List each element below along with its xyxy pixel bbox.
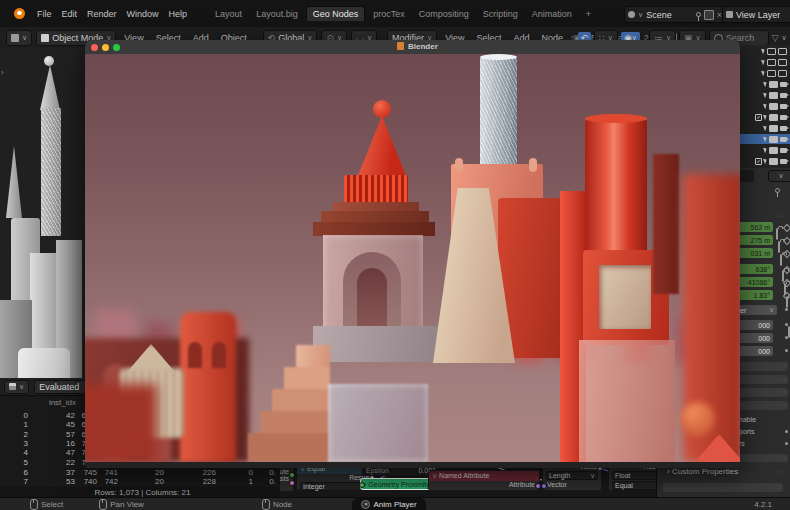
camera-icon[interactable] (780, 93, 787, 98)
rotation-z-field[interactable]: 1.83° (737, 290, 773, 300)
selectable-icon[interactable] (763, 81, 768, 88)
exists-output-socket[interactable] (289, 480, 295, 486)
viewport-3d-clay[interactable]: › (0, 48, 85, 378)
properties-panel[interactable]: ∨ ::: 563 m 275 m 031 m 638° 41086° 1.83… (737, 168, 790, 462)
camera-icon[interactable] (780, 82, 787, 87)
camera-icon[interactable] (780, 148, 787, 153)
rotation-x-field[interactable]: 638° (737, 264, 773, 274)
scale-z-field[interactable]: 000 (737, 346, 773, 356)
close-traffic-light[interactable] (91, 44, 98, 51)
tab-add-workspace[interactable]: + (580, 7, 597, 21)
location-z-field[interactable]: 031 m (737, 248, 773, 258)
minimize-traffic-light[interactable] (102, 44, 109, 51)
location-y-field[interactable]: 275 m (737, 235, 773, 245)
collapse-icon[interactable]: ∨ (432, 472, 437, 479)
checkbox-checked[interactable]: ✓ (755, 114, 762, 121)
selectable-icon[interactable] (763, 147, 768, 154)
keyframe-diamond-icon[interactable] (783, 292, 790, 300)
anim-player-button[interactable]: × Anim Player (352, 498, 426, 510)
menu-window[interactable]: Window (123, 9, 163, 19)
selectable-icon[interactable] (763, 114, 768, 121)
monitor-icon[interactable] (769, 158, 778, 165)
monitor-icon[interactable] (769, 103, 778, 110)
view-layer-selector[interactable]: View Layer (722, 6, 790, 23)
tab-animation[interactable]: Animation (526, 7, 578, 21)
keyframe-dot-icon[interactable] (785, 430, 788, 433)
monitor-icon[interactable] (769, 114, 778, 121)
render-window[interactable]: Blender (85, 40, 740, 468)
camera-icon[interactable] (780, 126, 787, 131)
selectable-icon[interactable] (761, 59, 766, 66)
spreadsheet-editor-type-button[interactable]: ∨ (4, 380, 29, 394)
camera-icon[interactable] (780, 159, 787, 164)
selectable-icon[interactable] (761, 70, 766, 77)
keyframe-dot-icon[interactable] (785, 308, 788, 311)
lock-icon[interactable] (778, 241, 780, 253)
cancel-icon[interactable]: × (361, 500, 370, 509)
editor-type-button[interactable]: ∨ (6, 30, 32, 46)
proximity-input-socket[interactable] (359, 482, 365, 488)
tab-scripting[interactable]: Scripting (477, 7, 524, 21)
lock-icon[interactable] (776, 228, 778, 240)
vector-input-socket[interactable] (541, 483, 547, 489)
properties-filter-dropdown[interactable]: ∨ (768, 170, 790, 182)
filter-icon[interactable]: ▽ (772, 33, 779, 43)
tab-layout[interactable]: Layout (209, 7, 248, 21)
lock-icon[interactable] (780, 254, 782, 266)
rotation-mode-dropdown[interactable]: er∨ (737, 305, 777, 315)
camera-icon[interactable] (778, 59, 787, 66)
vector-math-mode-dropdown[interactable]: Length∨ (546, 471, 598, 480)
selectable-icon[interactable] (763, 125, 768, 132)
selectable-icon[interactable] (761, 48, 766, 55)
menu-render[interactable]: Render (83, 9, 121, 19)
rotation-y-field[interactable]: 41086° (737, 277, 773, 287)
attribute-output-socket[interactable] (289, 472, 295, 478)
node-named-attribute[interactable]: ∨ Named Attribute Attribute (428, 470, 540, 491)
keyframe-diamond-icon[interactable] (783, 250, 790, 258)
pin-icon[interactable] (696, 12, 701, 17)
tab-geo-nodes[interactable]: Geo Nodes (306, 6, 366, 21)
keyframe-dot-icon[interactable] (785, 323, 788, 326)
keyframe-diamond-icon[interactable] (783, 237, 790, 245)
camera-icon[interactable] (778, 48, 787, 55)
menu-edit[interactable]: Edit (58, 9, 82, 19)
scale-y-field[interactable]: 000 (737, 333, 773, 343)
keyframe-dot-icon[interactable] (785, 349, 788, 352)
monitor-icon[interactable] (767, 59, 776, 66)
new-scene-icon[interactable] (704, 10, 714, 20)
monitor-icon[interactable] (769, 136, 778, 143)
camera-icon[interactable] (780, 115, 787, 120)
camera-icon[interactable] (778, 70, 787, 77)
pin-icon[interactable] (775, 188, 780, 193)
render-window-titlebar[interactable]: Blender (85, 40, 740, 55)
compare-op-dropdown[interactable]: Equal∨ (612, 481, 658, 490)
scene-selector[interactable]: ∨ Scene × (624, 6, 726, 23)
outliner-row-selected[interactable] (737, 134, 790, 144)
selectable-icon[interactable] (763, 92, 768, 99)
monitor-icon[interactable] (769, 92, 778, 99)
camera-icon[interactable] (780, 137, 787, 142)
monitor-icon[interactable] (767, 70, 776, 77)
location-x-field[interactable]: 563 m (737, 222, 773, 232)
monitor-icon[interactable] (769, 125, 778, 132)
checkbox-checked[interactable]: ✓ (755, 158, 762, 165)
tab-layout-big[interactable]: Layout.big (250, 7, 304, 21)
blender-logo-icon[interactable] (14, 8, 25, 19)
selectable-icon[interactable] (763, 136, 768, 143)
monitor-icon[interactable] (769, 81, 778, 88)
selectable-icon[interactable] (763, 158, 768, 165)
compare-type-dropdown[interactable]: Float∨ (612, 471, 658, 480)
collapsed-panel[interactable] (663, 483, 783, 492)
selectable-icon[interactable] (763, 103, 768, 110)
camera-icon[interactable] (780, 104, 787, 109)
column-header-inst-idx[interactable]: inst_idx (28, 398, 76, 407)
properties-search-box[interactable] (738, 170, 754, 182)
monitor-icon[interactable] (769, 147, 778, 154)
tab-proctex[interactable]: procTex (367, 7, 411, 21)
keyframe-dot-icon[interactable] (785, 442, 788, 445)
menu-help[interactable]: Help (165, 9, 192, 19)
custom-properties-panel[interactable]: › Custom Properties (667, 467, 738, 476)
keyframe-dot-icon[interactable] (785, 336, 788, 339)
maximize-traffic-light[interactable] (113, 44, 120, 51)
monitor-icon[interactable] (767, 48, 776, 55)
